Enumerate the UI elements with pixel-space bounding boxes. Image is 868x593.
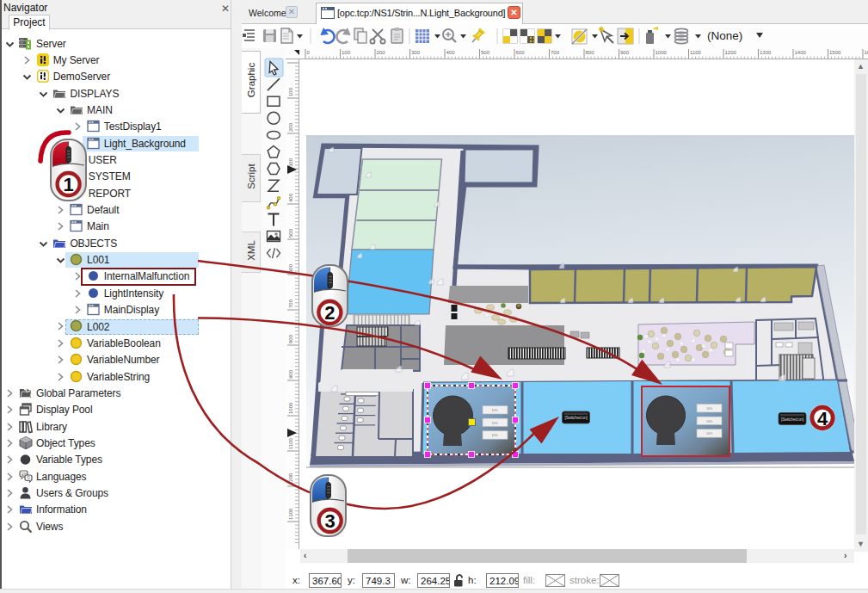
- svg-text:3: 3: [325, 510, 336, 532]
- svg-text:2: 2: [324, 302, 335, 324]
- svg-text:1: 1: [63, 174, 73, 195]
- svg-text:4: 4: [817, 408, 828, 429]
